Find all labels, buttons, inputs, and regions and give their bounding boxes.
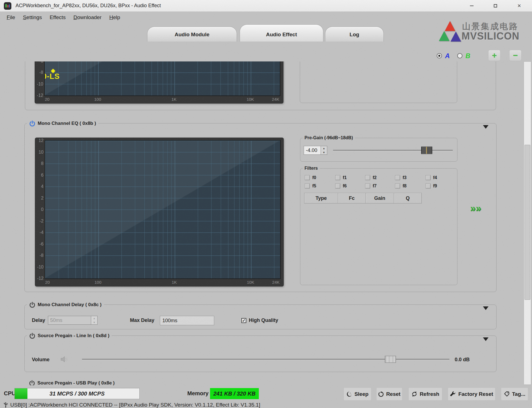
power-icon[interactable] — [29, 120, 35, 127]
x-axis-tick: 10K — [247, 97, 254, 102]
y-axis-tick: 2 — [41, 196, 44, 201]
add-button[interactable]: + — [488, 50, 500, 61]
apply-filters-button[interactable]: »» — [470, 204, 481, 213]
speaker-icon[interactable] — [60, 356, 68, 363]
previous-eq-section-clipped: 121086420-2-4-6-8-10-12 0-LS 201001K10K2… — [24, 61, 497, 110]
y-axis-tick: 4 — [41, 184, 44, 189]
section-title: Source Pregain - Line In ( 0x8d ) — [38, 333, 109, 339]
filter-checkbox-f2[interactable]: f2 — [365, 175, 377, 180]
tab-log[interactable]: Log — [325, 27, 384, 42]
spin-down-icon[interactable]: ▼ — [321, 150, 327, 154]
pre-gain-value[interactable]: -4.00 — [304, 146, 321, 155]
spin-up-icon[interactable]: ▲ — [321, 146, 327, 150]
chevron-down-icon[interactable] — [483, 125, 488, 129]
x-axis-tick: 20 — [45, 97, 50, 102]
moon-icon — [346, 391, 352, 397]
power-icon[interactable] — [29, 302, 35, 308]
chevron-down-icon[interactable] — [483, 337, 488, 341]
filter-checkbox-f1[interactable]: f1 — [335, 175, 347, 180]
eq-graph[interactable]: 121086420-2-4-6-8-10-12 201001K10K24K — [35, 138, 283, 286]
memory-label: Memory — [187, 390, 209, 397]
menu-settings[interactable]: Settings — [19, 13, 46, 22]
filter-checkbox-f8[interactable]: f8 — [395, 184, 406, 188]
x-axis-tick: 1K — [172, 97, 177, 102]
slider-thumb[interactable] — [385, 356, 396, 363]
slider-thumb[interactable] — [421, 147, 432, 154]
section-title: Source Pregain - USB Play ( 0x8e ) — [37, 380, 115, 385]
filter-marker-label: 0-LS — [44, 72, 60, 81]
delay-spinner: 50ms ▲ ▼ — [48, 316, 98, 325]
filter-table-header-fc[interactable]: Fc — [338, 193, 366, 203]
menu-effects[interactable]: Effects — [46, 13, 70, 22]
max-delay-input[interactable]: 100ms — [160, 316, 214, 325]
logo-triangle-blue-icon — [451, 32, 461, 42]
wrench-icon — [450, 391, 456, 397]
tab-audio-effect[interactable]: Audio Effect — [240, 24, 323, 42]
y-axis-tick: 8 — [41, 161, 44, 166]
filter-table-header-q[interactable]: Q — [394, 193, 422, 203]
filters-box: Filters f0 f1 f2 f3 f4 f5 f6 f7 f8 f9 Ty… — [300, 168, 457, 285]
x-axis-tick: 1K — [172, 280, 177, 285]
spin-down-icon[interactable]: ▼ — [91, 320, 97, 324]
tag-button[interactable]: Tag... — [501, 388, 528, 401]
filter-checkbox-f4[interactable]: f4 — [426, 175, 437, 180]
spin-up-icon[interactable]: ▲ — [91, 316, 97, 320]
refresh-button[interactable]: Refresh — [408, 388, 442, 401]
factory-reset-button[interactable]: Factory Reset — [448, 388, 495, 401]
filter-checkbox-f0[interactable]: f0 — [305, 175, 316, 180]
y-axis-tick: -10 — [37, 265, 44, 270]
menu-file[interactable]: File — [3, 13, 19, 22]
plus-icon: + — [492, 51, 497, 60]
tag-icon — [504, 391, 510, 397]
cpu-progress-bar: 31 MCPS / 300 MCPS — [14, 388, 140, 399]
logo-brand-text: MVSILICON — [462, 30, 520, 42]
pre-gain-slider[interactable] — [333, 145, 453, 155]
volume-label: Volume — [32, 357, 50, 363]
cpu-label: CPU — [4, 390, 16, 397]
maximize-button[interactable] — [485, 0, 505, 12]
logo-triangle-green-icon — [439, 31, 449, 41]
radio-config-b[interactable] — [457, 53, 462, 58]
source-pregain-line-in-section: Source Pregain - Line In ( 0x8d ) Volume… — [24, 335, 497, 372]
minimize-button[interactable] — [462, 0, 482, 12]
radio-config-a[interactable] — [437, 53, 442, 58]
double-chevron-right-icon: » — [470, 203, 476, 214]
x-axis-tick: 100 — [94, 97, 101, 102]
filter-table-header-type[interactable]: Type — [304, 193, 338, 203]
menu-downloader[interactable]: Downloader — [70, 13, 105, 22]
reset-button[interactable]: Reset — [376, 388, 402, 401]
section-title: Mono Channel Delay ( 0x8c ) — [38, 302, 102, 308]
y-axis-tick: -6 — [39, 61, 43, 64]
app-icon — [4, 2, 11, 10]
high-quality-checkbox[interactable]: ✓ High Quality — [241, 317, 278, 323]
scrollbar-thumb[interactable] — [525, 145, 530, 300]
connection-status: USB[0] :ACPWorkbench HCI CONNECTED -- [B… — [3, 402, 260, 408]
filter-checkbox-f6[interactable]: f6 — [335, 184, 347, 188]
volume-slider[interactable] — [82, 354, 449, 364]
remove-button[interactable]: − — [509, 50, 521, 61]
vertical-scrollbar[interactable] — [524, 61, 531, 385]
tab-audio-module[interactable]: Audio Module — [147, 27, 237, 42]
section-title: Mono Channel EQ ( 0x8b ) — [38, 121, 96, 126]
filter-checkbox-f7[interactable]: f7 — [365, 184, 377, 188]
volume-value: 0.0 dB — [455, 357, 470, 363]
status-text: USB[0] :ACPWorkbench HCI CONNECTED -- [B… — [10, 402, 260, 408]
close-button[interactable]: × — [509, 0, 529, 12]
y-axis-tick: -2 — [40, 219, 44, 224]
filter-table-header-gain[interactable]: Gain — [365, 193, 394, 203]
mono-channel-eq-section: Mono Channel EQ ( 0x8b ) 121086420-2-4-6… — [24, 123, 497, 292]
filter-checkbox-f9[interactable]: f9 — [426, 184, 437, 188]
power-icon[interactable] — [29, 380, 35, 386]
power-icon[interactable] — [29, 333, 35, 339]
pre-gain-box: Pre-Gain (-96dB~18dB) -4.00 ▲ ▼ — [300, 138, 457, 162]
delay-value[interactable]: 50ms — [48, 316, 91, 325]
sleep-button[interactable]: Sleep — [344, 388, 371, 401]
previous-eq-graph[interactable]: 121086420-2-4-6-8-10-12 0-LS 201001K10K2… — [35, 61, 283, 103]
filter-checkbox-f3[interactable]: f3 — [395, 175, 406, 180]
y-axis-tick: -12 — [37, 93, 43, 98]
x-axis-tick: 24K — [272, 97, 279, 102]
menu-help[interactable]: Help — [105, 13, 124, 22]
chevron-down-icon[interactable] — [483, 306, 488, 310]
source-pregain-usb-play-section-clipped: Source Pregain - USB Play ( 0x8e ) — [24, 378, 497, 385]
filter-checkbox-f5[interactable]: f5 — [305, 184, 316, 188]
